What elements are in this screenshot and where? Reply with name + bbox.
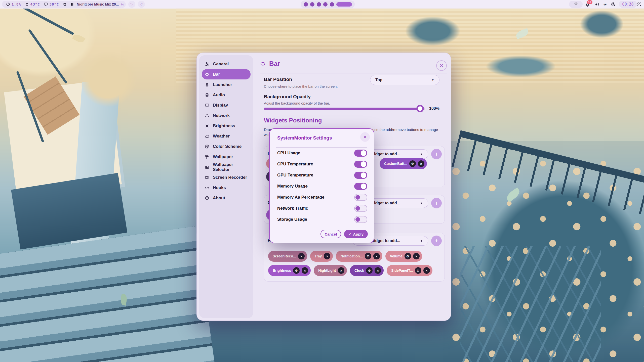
dialog-close-button[interactable]: ✕ — [360, 132, 370, 142]
sidebar-item-screen-recorder[interactable]: Screen Recorder — [202, 172, 251, 183]
bar-position-description: Choose where to place the bar on the scr… — [264, 84, 338, 88]
wallpaper-lattice-fence — [460, 246, 601, 362]
chevron-down-icon: ▼ — [420, 202, 423, 205]
flame-icon — [25, 3, 29, 6]
sidebar-item-display[interactable]: Display — [202, 100, 251, 110]
sidebar-item-wallpaper-selector[interactable]: Wallpaper Selector — [202, 162, 251, 172]
sidebar-item-about[interactable]: About — [202, 193, 251, 203]
heart-icon: ♡ — [140, 2, 143, 7]
gpu-temperature-toggle[interactable] — [354, 172, 367, 179]
cancel-button[interactable]: Cancel — [320, 230, 341, 238]
skull-button[interactable]: ☠ — [119, 1, 126, 8]
workspace-dot-5[interactable] — [330, 2, 334, 7]
widget-chip-custombutton[interactable]: CustomButt... ⚙ × — [380, 158, 427, 169]
workspace-dot-3[interactable] — [317, 2, 321, 7]
close-icon: ✕ — [363, 134, 367, 140]
window-close-button[interactable]: ✕ — [436, 60, 447, 71]
heart-button[interactable]: ♡ — [138, 1, 145, 8]
sidebar-item-bar[interactable]: Bar — [202, 69, 251, 79]
widget-settings-icon[interactable]: ⚙ — [405, 253, 411, 259]
widget-chip-brightness[interactable]: Brightness ⚙ × — [268, 265, 311, 276]
widget-settings-icon[interactable]: ⚙ — [366, 267, 373, 274]
widget-settings-icon[interactable]: ⚙ — [365, 253, 371, 259]
widget-settings-icon[interactable]: ⚙ — [409, 160, 416, 167]
heart-icon: ♡ — [130, 2, 133, 7]
left-widgets-add-button[interactable]: + — [431, 149, 442, 159]
widget-chip-sidepanel[interactable]: SidePanelT... ⚙ × — [387, 265, 432, 276]
slider-fill — [264, 108, 419, 110]
widget-remove-icon[interactable]: × — [373, 253, 380, 259]
widget-remove-icon[interactable]: × — [302, 267, 308, 274]
sidebar-item-general[interactable]: General — [202, 59, 251, 69]
widget-chip-tray[interactable]: Tray × — [310, 251, 333, 262]
toggle-row-storage-usage: Storage Usage — [277, 214, 367, 225]
rocket-icon — [205, 82, 209, 87]
bar-position-dropdown[interactable]: Top ▼ — [370, 75, 439, 85]
background-opacity-description: Adjust the background opacity of the bar… — [264, 101, 330, 105]
right-widgets-add-button[interactable]: + — [431, 236, 442, 246]
sun-icon — [205, 124, 209, 128]
cpu-usage-toggle[interactable] — [354, 150, 367, 157]
workspace-dot-2[interactable] — [310, 2, 314, 7]
slider-knob[interactable] — [416, 105, 424, 112]
notifications-button[interactable]: 10 — [585, 2, 590, 7]
widget-remove-icon[interactable]: × — [298, 253, 305, 259]
right-widgets-row-1: ScreenReco... × Tray × Notification... ⚙… — [268, 251, 422, 262]
sidebar-item-hooks[interactable]: Hooks — [202, 183, 251, 193]
widget-chip-screenrecorder[interactable]: ScreenReco... × — [268, 251, 307, 262]
widget-remove-icon[interactable]: × — [413, 253, 420, 259]
clock-text: 00:28 — [622, 2, 633, 7]
monitor-icon — [44, 2, 48, 6]
widget-remove-icon[interactable]: × — [324, 253, 330, 259]
clock-module[interactable]: 00:28 — [619, 1, 637, 8]
toggle-row-network-traffic: Network Traffic — [277, 203, 367, 214]
header-divider — [260, 73, 447, 73]
toggle-row-cpu-usage: CPU Usage — [277, 148, 367, 159]
widget-remove-icon[interactable]: × — [375, 267, 381, 274]
check-icon: ✓ — [348, 232, 352, 236]
wallpaper-foliage-top-left — [0, 0, 156, 126]
brightness-button[interactable]: ☀ — [603, 2, 607, 7]
sliders-icon — [205, 62, 209, 66]
apply-button[interactable]: ✓ Apply — [344, 230, 368, 238]
workspace-dot-4[interactable] — [323, 2, 328, 7]
background-opacity-slider[interactable] — [264, 108, 425, 110]
oval-icon — [205, 72, 209, 77]
widget-chip-notifications[interactable]: Notification... ⚙ × — [336, 251, 382, 262]
widget-remove-icon[interactable]: × — [418, 160, 424, 167]
widget-chip-nightlight[interactable]: NightLight × — [314, 265, 347, 276]
skull-icon: ☠ — [120, 2, 124, 7]
tray-app-button[interactable] — [569, 1, 583, 8]
toggle-row-gpu-temperature: GPU Temperature — [277, 170, 367, 181]
sidebar-item-audio[interactable]: Audio — [202, 90, 251, 100]
sidebar-item-color-scheme[interactable]: Color Scheme — [202, 141, 251, 152]
sidebar-item-weather[interactable]: Weather — [202, 131, 251, 141]
center-widgets-add-button[interactable]: + — [431, 198, 442, 208]
widget-settings-icon[interactable]: ⚙ — [293, 267, 300, 274]
workspace-dot-1[interactable] — [304, 2, 308, 7]
sidebar-item-launcher[interactable]: Launcher — [202, 79, 251, 90]
widget-settings-icon[interactable]: ⚙ — [415, 267, 421, 274]
memory-usage-toggle[interactable] — [354, 183, 367, 190]
widget-chip-clock[interactable]: Clock ⚙ × — [350, 265, 384, 276]
sidebar-item-wallpaper[interactable]: Wallpaper — [202, 152, 251, 162]
workspace-active-pill[interactable] — [336, 2, 352, 7]
memory-as-percentage-toggle[interactable] — [354, 194, 367, 201]
media-player-module[interactable]: Nightcore Music Mix 20... — [66, 1, 123, 8]
volume-button[interactable] — [595, 2, 599, 7]
network-traffic-toggle[interactable] — [354, 205, 367, 212]
widget-chip-volume[interactable]: Volume ⚙ × — [385, 251, 422, 262]
storage-usage-toggle[interactable] — [354, 216, 367, 223]
cpu-temperature-toggle[interactable] — [354, 161, 367, 168]
video-camera-icon — [205, 175, 209, 180]
notification-count-badge: 10 — [587, 0, 592, 4]
sidebar-item-network[interactable]: Network — [202, 110, 251, 121]
heart-button[interactable]: ♡ — [128, 1, 135, 8]
widget-remove-icon[interactable]: × — [423, 267, 430, 274]
dashboard-button[interactable] — [637, 2, 642, 7]
settings-sidebar: General Bar Launcher Audio Display Netwo… — [199, 55, 253, 318]
widget-remove-icon[interactable]: × — [338, 267, 344, 274]
night-light-button[interactable] — [611, 2, 616, 7]
sidebar-item-brightness[interactable]: Brightness — [202, 121, 251, 131]
cloud-icon — [205, 134, 209, 139]
